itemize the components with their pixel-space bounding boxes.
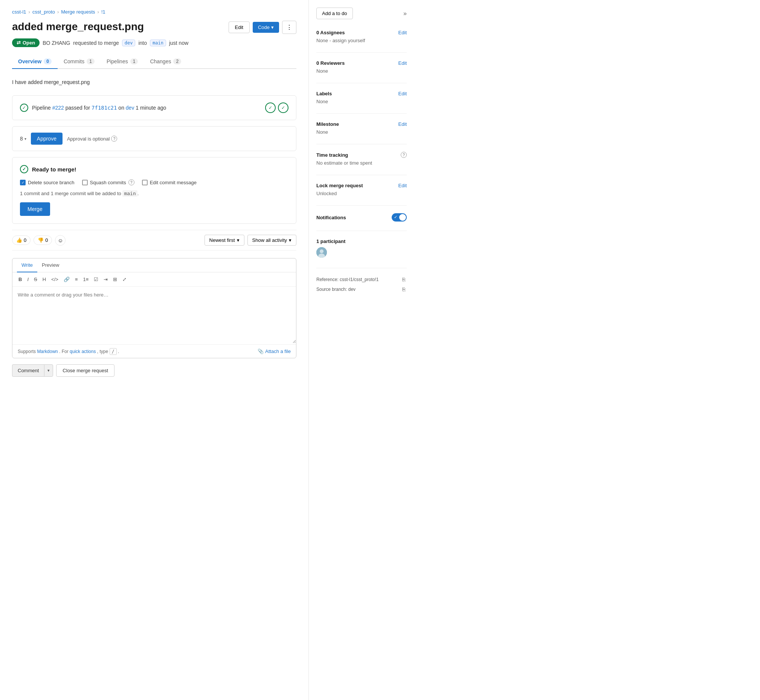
merge-options: ✓ Delete source branch Squash commits ? … [20,179,289,185]
assignees-edit-link[interactable]: Edit [398,30,407,35]
comment-footer-markdown: Supports Markdown . For quick actions , … [18,349,119,354]
emoji-add-icon: ☺ [58,238,63,244]
toolbar-indent-button[interactable]: ⇥ [102,275,109,283]
delete-branch-checkbox[interactable]: ✓ Delete source branch [20,180,75,185]
breadcrumb-item-repo[interactable]: csst_proto [33,9,55,15]
markdown-link[interactable]: Markdown [37,349,58,354]
notifications-toggle[interactable]: ✓ [392,213,407,222]
toolbar-bold-button[interactable]: B [17,275,23,283]
breadcrumb-item-id[interactable]: !1 [101,9,105,15]
squash-info-icon[interactable]: ? [128,179,134,185]
pipeline-link[interactable]: #222 [52,105,64,111]
milestone-edit-link[interactable]: Edit [398,121,407,127]
merge-card: ✓ Ready to merge! ✓ Delete source branch… [12,157,297,224]
edit-button[interactable]: Edit [229,22,250,33]
approval-info-icon[interactable]: ? [111,136,117,142]
toolbar-bullet-button[interactable]: ≡ [73,275,80,283]
pipeline-status-icon: ✓ [20,104,28,112]
merge-status: ✓ Ready to merge! [20,165,289,173]
pipeline-check-2[interactable]: ✓ [278,103,289,113]
tab-pipelines[interactable]: Pipelines 1 [101,55,144,69]
pipeline-commit-link[interactable]: 7f181c21 [92,105,117,111]
code-button-label: Code [258,25,270,30]
thumbs-up-icon: 👍 [16,238,22,243]
toolbar-expand-button[interactable]: ⤢ [121,275,128,283]
comment-submit-dropdown[interactable]: ▾ [44,364,53,377]
thumbs-up-button[interactable]: 👍 0 [12,236,31,245]
quick-actions-link[interactable]: quick actions [70,349,96,354]
edit-commit-checkbox[interactable]: Edit commit message [142,180,197,185]
breadcrumb-item-mr[interactable]: Merge requests [61,9,95,15]
squash-commits-checkbox[interactable]: Squash commits ? [82,179,134,185]
delete-branch-checkmark: ✓ [20,180,26,185]
reactions: 👍 0 👎 0 ☺ [12,235,66,245]
sidebar-milestone: Milestone Edit None [316,121,407,135]
assignees-title: 0 Assignees [316,30,345,35]
edit-commit-checkmark [142,180,148,185]
close-mr-button[interactable]: Close merge request [56,364,114,377]
add-reaction-button[interactable]: ☺ [55,235,66,245]
notifications-title: Notifications [316,215,346,220]
milestone-title: Milestone [316,121,339,127]
merge-icon: ⇄ [17,40,21,45]
copy-reference-button[interactable]: ⎘ [401,276,407,283]
approval-card: 8 ▾ Approve Approval is optional ? [12,126,297,151]
toolbar-italic-button[interactable]: I [26,275,30,283]
newest-first-chevron-icon: ▾ [237,238,240,243]
toolbar-numbered-button[interactable]: 1≡ [81,275,90,283]
thumbs-down-button[interactable]: 👎 0 [34,236,52,245]
activity-filters: Newest first ▾ Show all activity ▾ [204,235,297,245]
toolbar-table-button[interactable]: ⊞ [111,275,119,283]
more-options-button[interactable]: ⋮ [282,21,297,34]
copy-source-branch-button[interactable]: ⎘ [401,286,407,293]
code-chevron-icon: ▾ [271,25,274,30]
participants-title: 1 participant [316,239,345,244]
reference-text: Reference: csst-l1/csst_proto!1 [316,277,379,282]
sidebar: Add a to do » 0 Assignees Edit None - as… [309,0,414,700]
status-badge: ⇄ Open [12,38,39,47]
breadcrumb: csst-l1 › csst_proto › Merge requests › … [12,9,297,15]
pipeline-text: Pipeline #222 passed for 7f181c21 on dev… [32,105,166,111]
merge-button[interactable]: Merge [20,202,50,216]
tab-changes[interactable]: Changes 2 [144,55,187,69]
comment-tab-preview[interactable]: Preview [37,258,64,272]
attach-file-button[interactable]: 📎 Attach a file [257,348,291,354]
source-branch-badge: dev [122,39,136,46]
comment-tab-write[interactable]: Write [17,258,37,272]
pipeline-check-1[interactable]: ✓ [265,103,276,113]
assignees-value: None - assign yourself [316,38,407,43]
sidebar-lock-mr: Lock merge request Edit Unlocked [316,183,407,196]
sidebar-assignees: 0 Assignees Edit None - assign yourself [316,30,407,43]
toolbar-task-button[interactable]: ☑ [92,275,100,283]
add-todo-button[interactable]: Add a to do [316,8,353,19]
tab-bar: Overview 0 Commits 1 Pipelines 1 Changes… [12,55,297,69]
todo-row: Add a to do » [316,8,407,19]
toolbar-code-button[interactable]: </> [50,275,60,283]
tab-commits[interactable]: Commits 1 [58,55,101,69]
labels-edit-link[interactable]: Edit [398,91,407,97]
toolbar-link-button[interactable]: 🔗 [62,275,71,283]
toolbar-heading-button[interactable]: H [41,275,47,283]
lock-mr-edit-link[interactable]: Edit [398,183,407,188]
sidebar-expand-icon[interactable]: » [403,10,407,17]
show-all-activity-filter[interactable]: Show all activity ▾ [247,235,297,245]
comment-footer: Supports Markdown . For quick actions , … [12,344,296,358]
sidebar-participants: 1 participant [316,239,407,259]
breadcrumb-item-project[interactable]: csst-l1 [12,9,27,15]
sidebar-notifications: Notifications ✓ [316,213,407,222]
code-button[interactable]: Code ▾ [253,22,279,33]
reviewers-value: None [316,68,407,74]
thumbs-down-count: 0 [45,238,48,243]
toolbar-strikethrough-button[interactable]: S [33,275,39,283]
tab-overview[interactable]: Overview 0 [12,55,58,69]
pipeline-branch-link[interactable]: dev [126,105,134,111]
approve-button[interactable]: Approve [31,133,62,145]
source-branch-text: Source branch: dev [316,287,356,292]
comment-textarea[interactable] [12,287,296,343]
newest-first-filter[interactable]: Newest first ▾ [204,235,244,245]
tab-changes-count: 2 [173,58,181,64]
time-tracking-help-icon[interactable]: ? [401,152,407,158]
comment-submit-button[interactable]: Comment [12,364,44,377]
reviewers-edit-link[interactable]: Edit [398,60,407,66]
commit-note: 1 commit and 1 merge commit will be adde… [20,191,289,196]
